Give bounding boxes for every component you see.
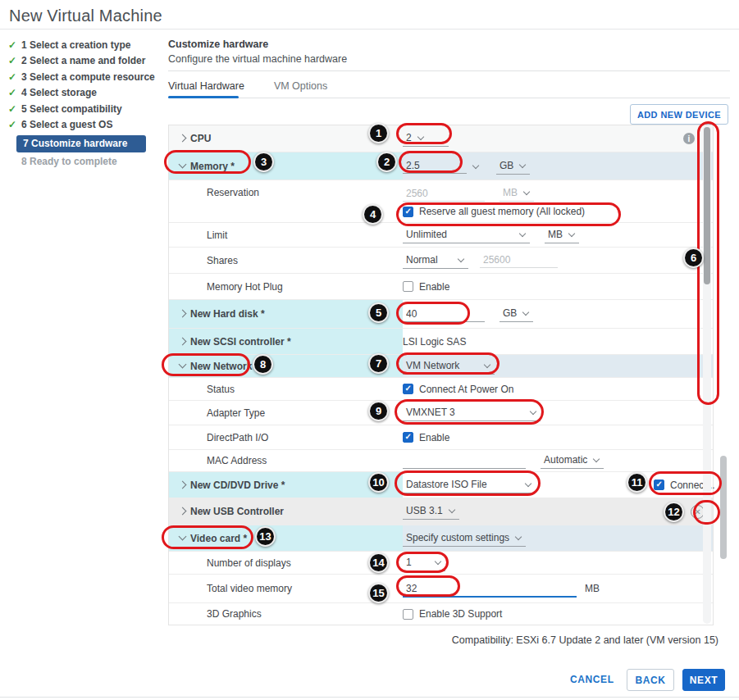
- chevron-down-icon[interactable]: [177, 362, 190, 370]
- displays-select[interactable]: 1: [403, 555, 445, 571]
- enable-3d-support-checkbox[interactable]: [403, 609, 413, 620]
- mac-address-label: MAC Address: [177, 455, 267, 466]
- 3d-graphics-label: 3D Graphics: [177, 608, 262, 620]
- cddvd-select[interactable]: Datastore ISO File: [403, 477, 536, 493]
- directpath-label: DirectPath I/O: [177, 432, 268, 443]
- chevron-right-icon[interactable]: [177, 338, 190, 346]
- divider: [168, 70, 730, 71]
- row-shares: Shares Normal: [169, 247, 713, 273]
- sidebar-item-step7-active[interactable]: 7 Customize hardware: [8, 134, 166, 152]
- caret-down-icon: [515, 533, 522, 539]
- check-icon: ✓: [8, 87, 21, 98]
- caret-down-icon: [523, 189, 530, 195]
- memory-hot-plug-checkbox[interactable]: [403, 281, 413, 292]
- video-card-select[interactable]: Specify custom settings: [403, 530, 526, 547]
- video-card-label: Video card *: [190, 533, 247, 544]
- chevron-down-icon[interactable]: [177, 534, 190, 543]
- status-label: Status: [177, 384, 235, 395]
- limit-select[interactable]: Unlimited: [403, 227, 530, 243]
- check-icon: ✓: [8, 103, 21, 115]
- scsi-value: LSI Logic SAS: [403, 336, 466, 348]
- directpath-enable-checkbox-label: Enable: [419, 432, 449, 443]
- chevron-right-icon[interactable]: [177, 481, 190, 489]
- divider: [0, 697, 739, 698]
- row-new-usb-controller: New USB Controller USB 3.1 ✕: [169, 498, 713, 525]
- active-tab-underline: [168, 96, 239, 98]
- row-memory: Memory * GB: [169, 152, 713, 180]
- caret-down-icon: [519, 161, 526, 167]
- new-vm-wizard: New Virtual Machine ✓1 Select a creation…: [0, 0, 739, 700]
- caret-down-icon: [458, 255, 464, 261]
- hardware-list: CPU 2 i Memory * GB Reservation MB: [168, 125, 714, 625]
- caret-down-icon: [484, 361, 490, 367]
- cpu-select[interactable]: 2: [403, 130, 449, 147]
- usb-select[interactable]: USB 3.1: [403, 503, 459, 520]
- row-total-video-memory: Total video memory MB: [169, 574, 713, 602]
- wizard-steps: ✓1 Select a creation type ✓2 Select a na…: [8, 37, 166, 170]
- shares-label: Shares: [177, 255, 238, 266]
- sidebar-item-step4[interactable]: ✓4 Select storage: [8, 85, 166, 102]
- memory-label: Memory *: [190, 161, 235, 172]
- caret-down-icon: [435, 557, 441, 564]
- dialog-scrollbar-thumb[interactable]: [720, 456, 727, 559]
- content-subtitle: Configure the virtual machine hardware: [168, 53, 347, 65]
- chevron-down-icon[interactable]: [177, 162, 190, 170]
- sidebar-item-step6[interactable]: ✓6 Select a guest OS: [8, 117, 166, 134]
- memory-hot-plug-label: Memory Hot Plug: [177, 281, 283, 293]
- mac-address-input[interactable]: [403, 453, 526, 469]
- caret-down-icon[interactable]: [472, 161, 479, 168]
- caret-down-icon: [530, 407, 536, 414]
- hard-disk-label: New Hard disk *: [190, 308, 265, 320]
- row-3d-graphics: 3D Graphics Enable 3D Support: [169, 602, 713, 625]
- chevron-right-icon[interactable]: [177, 134, 190, 143]
- caret-down-icon: [448, 507, 454, 513]
- cddvd-connect-checkbox[interactable]: [654, 480, 664, 490]
- mac-mode-select[interactable]: Automatic: [541, 452, 604, 469]
- shares-select[interactable]: Normal: [403, 252, 468, 269]
- hard-disk-size-input[interactable]: [403, 307, 485, 322]
- next-button[interactable]: NEXT: [682, 669, 725, 691]
- memory-unit-select[interactable]: GB: [496, 158, 530, 175]
- page-title: New Virtual Machine: [9, 7, 162, 25]
- check-icon: ✓: [8, 55, 21, 66]
- hard-disk-unit-select[interactable]: GB: [500, 306, 533, 322]
- directpath-enable-checkbox[interactable]: [403, 432, 413, 443]
- row-new-cddvd: New CD/DVD Drive * Datastore ISO File Co…: [169, 471, 713, 498]
- memory-value-input[interactable]: [403, 158, 467, 174]
- adapter-type-select[interactable]: VMXNET 3: [403, 405, 541, 421]
- row-new-network: New Network VM Network: [169, 354, 713, 377]
- panel-scrollbar-thumb[interactable]: [704, 127, 710, 284]
- reserve-all-guest-memory-checkbox[interactable]: [403, 207, 413, 217]
- scsi-label: New SCSI controller *: [190, 336, 291, 348]
- shares-amount-input[interactable]: [480, 252, 558, 268]
- check-icon: ✓: [8, 119, 21, 130]
- add-new-device-button[interactable]: ADD NEW DEVICE: [630, 104, 728, 125]
- limit-unit-select[interactable]: MB: [545, 227, 579, 243]
- chevron-right-icon[interactable]: [177, 507, 190, 516]
- row-adapter-type: Adapter Type VMXNET 3: [169, 400, 713, 425]
- check-icon: ✓: [8, 39, 21, 51]
- info-icon[interactable]: i: [683, 133, 695, 144]
- network-select[interactable]: VM Network: [403, 358, 495, 375]
- compatibility-text: Compatibility: ESXi 6.7 Update 2 and lat…: [168, 634, 718, 646]
- sidebar-item-step1[interactable]: ✓1 Select a creation type: [8, 37, 166, 53]
- reservation-value-input[interactable]: [403, 186, 485, 202]
- reservation-unit-select[interactable]: MB: [500, 185, 534, 202]
- sidebar-item-step2[interactable]: ✓2 Select a name and folder: [8, 53, 166, 70]
- sidebar-item-step3[interactable]: ✓3 Select a compute resource: [8, 69, 166, 85]
- row-reservation: Reservation MB Reserve all guest memory …: [169, 180, 713, 222]
- tab-vm-options[interactable]: VM Options: [274, 80, 327, 99]
- row-new-scsi-controller: New SCSI controller * LSI Logic SAS: [169, 328, 713, 354]
- back-button[interactable]: BACK: [627, 669, 674, 691]
- sidebar-item-step5[interactable]: ✓5 Select compatibility: [8, 101, 166, 117]
- chevron-right-icon[interactable]: [177, 310, 190, 318]
- divider: [0, 29, 739, 30]
- connect-at-power-on-checkbox[interactable]: [403, 384, 413, 394]
- video-memory-unit: MB: [585, 583, 600, 594]
- cancel-button[interactable]: CANCEL: [570, 674, 614, 685]
- video-memory-input[interactable]: [403, 581, 577, 596]
- row-memory-hot-plug: Memory Hot Plug Enable: [169, 273, 713, 299]
- row-video-card: Video card * Specify custom settings: [169, 525, 713, 551]
- video-memory-label: Total video memory: [177, 583, 292, 594]
- memory-hot-plug-checkbox-label: Enable: [419, 281, 449, 293]
